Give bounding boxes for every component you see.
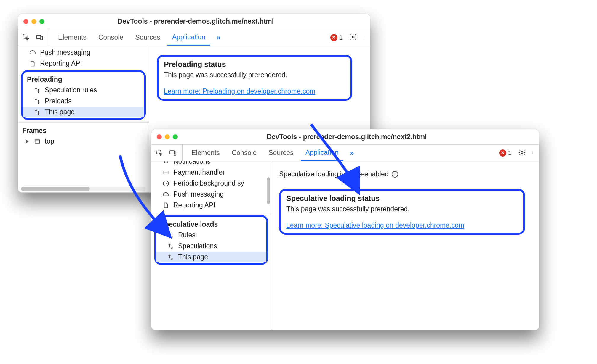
sidebar-item-speculations[interactable]: Speculations bbox=[156, 241, 266, 252]
svg-rect-7 bbox=[35, 140, 40, 143]
speculative-status-heading: Speculative loading status bbox=[286, 194, 518, 203]
tab-sources[interactable]: Sources bbox=[264, 145, 298, 161]
transfer-icon bbox=[33, 108, 41, 116]
error-count: 1 bbox=[339, 34, 343, 41]
svg-point-13 bbox=[533, 151, 533, 152]
sidebar-item-label: Push messaging bbox=[40, 49, 90, 57]
devtools-toolbar-b: Elements Console Sources Application » ✕… bbox=[151, 145, 539, 161]
inspect-element-icon[interactable] bbox=[22, 34, 30, 41]
tab-elements[interactable]: Elements bbox=[187, 145, 225, 161]
error-icon: ✕ bbox=[330, 34, 337, 41]
transfer-icon bbox=[167, 231, 175, 239]
more-menu-icon[interactable] bbox=[532, 149, 535, 157]
vertical-scrollbar[interactable] bbox=[267, 162, 270, 328]
document-icon bbox=[29, 60, 36, 67]
more-tabs-button[interactable]: » bbox=[350, 149, 354, 157]
sidebar-item-label: Payment handler bbox=[173, 168, 225, 176]
credit-card-icon bbox=[162, 169, 170, 176]
window-title: DevTools - prerender-demos.glitch.me/nex… bbox=[181, 133, 512, 141]
annotation-highlight-main-b: Speculative loading status This page was… bbox=[279, 189, 525, 235]
sidebar-item-reporting-api[interactable]: Reporting API bbox=[18, 58, 149, 69]
preloading-status-text: This page was successfully prerendered. bbox=[164, 71, 345, 79]
error-badge[interactable]: ✕ 1 bbox=[330, 34, 343, 41]
sidebar-item-label: Rules bbox=[178, 231, 196, 239]
traffic-lights bbox=[23, 19, 44, 24]
tab-elements[interactable]: Elements bbox=[53, 29, 91, 46]
scrollbar-thumb[interactable] bbox=[21, 187, 90, 191]
sidebar-group-preloading[interactable]: Preloading bbox=[23, 73, 144, 85]
annotation-highlight-sidebar-b: Speculative loads Rules Speculations Thi… bbox=[154, 215, 268, 265]
settings-gear-icon[interactable] bbox=[518, 149, 526, 157]
inspect-element-icon[interactable] bbox=[156, 149, 163, 157]
sidebar-group-speculative-loads[interactable]: Speculative loads bbox=[156, 218, 266, 230]
disclosure-triangle-icon bbox=[26, 139, 29, 144]
sidebar-item-label: Speculations bbox=[178, 242, 217, 250]
svg-rect-2 bbox=[41, 36, 43, 40]
titlebar-a: DevTools - prerender-demos.glitch.me/nex… bbox=[18, 14, 370, 29]
sidebar-item-reporting-api[interactable]: Reporting API bbox=[151, 200, 271, 211]
application-sidebar-b: Notifications Payment handler Periodic b… bbox=[151, 161, 271, 330]
sidebar-item-frame-top[interactable]: top bbox=[18, 136, 149, 147]
sidebar-item-payment-handler[interactable]: Payment handler bbox=[151, 167, 271, 178]
speculative-force-enabled-banner: Speculative loading is force-enabled i bbox=[279, 170, 531, 178]
tab-console[interactable]: Console bbox=[94, 29, 128, 46]
tab-sources[interactable]: Sources bbox=[130, 29, 165, 46]
sidebar-item-periodic-bg-sync[interactable]: Periodic background sy bbox=[151, 178, 271, 189]
sidebar-item-push-messaging[interactable]: Push messaging bbox=[18, 47, 149, 58]
svg-point-4 bbox=[364, 36, 364, 36]
sidebar-item-preloads[interactable]: Preloads bbox=[23, 96, 144, 107]
tab-application[interactable]: Application bbox=[301, 145, 344, 161]
svg-rect-16 bbox=[164, 171, 168, 174]
settings-gear-icon[interactable] bbox=[349, 33, 357, 42]
zoom-window-button[interactable] bbox=[39, 19, 44, 24]
transfer-icon bbox=[33, 97, 41, 105]
tab-console[interactable]: Console bbox=[227, 145, 261, 161]
bell-icon bbox=[162, 161, 170, 165]
sidebar-item-label: Notifications bbox=[173, 161, 210, 165]
svg-point-12 bbox=[521, 151, 523, 153]
application-sidebar-a: Push messaging Reporting API Preloading … bbox=[18, 46, 149, 192]
error-badge[interactable]: ✕ 1 bbox=[499, 149, 512, 157]
sidebar-group-frames[interactable]: Frames bbox=[18, 124, 149, 136]
sidebar-item-label: top bbox=[45, 137, 54, 145]
speculative-status-text: This page was successfully prerendered. bbox=[286, 205, 518, 213]
minimize-window-button[interactable] bbox=[31, 19, 36, 24]
sidebar-item-push-messaging[interactable]: Push messaging bbox=[151, 189, 271, 200]
svg-rect-11 bbox=[174, 152, 176, 155]
sidebar-item-label: Reporting API bbox=[40, 59, 82, 67]
titlebar-b: DevTools - prerender-demos.glitch.me/nex… bbox=[151, 129, 539, 145]
sidebar-item-label: Push messaging bbox=[173, 190, 224, 198]
devtools-window-b: DevTools - prerender-demos.glitch.me/nex… bbox=[151, 129, 539, 330]
minimize-window-button[interactable] bbox=[165, 134, 170, 139]
sidebar-item-this-page[interactable]: This page bbox=[23, 107, 144, 117]
close-window-button[interactable] bbox=[23, 19, 28, 24]
sidebar-item-label: Reporting API bbox=[173, 201, 215, 209]
window-icon bbox=[33, 138, 41, 145]
sidebar-item-rules[interactable]: Rules bbox=[156, 230, 266, 241]
scrollbar-thumb[interactable] bbox=[267, 177, 270, 204]
sidebar-item-notifications[interactable]: Notifications bbox=[151, 161, 271, 167]
sidebar-item-label: This page bbox=[178, 253, 208, 261]
learn-more-link[interactable]: Learn more: Speculative loading on devel… bbox=[286, 221, 464, 229]
cloud-icon bbox=[29, 49, 36, 57]
zoom-window-button[interactable] bbox=[173, 134, 178, 139]
horizontal-scrollbar[interactable] bbox=[21, 187, 146, 191]
cloud-icon bbox=[162, 191, 170, 198]
more-menu-icon[interactable] bbox=[364, 33, 366, 42]
device-toolbar-icon[interactable] bbox=[169, 149, 177, 157]
annotation-highlight-main-a: Preloading status This page was successf… bbox=[157, 55, 352, 101]
close-window-button[interactable] bbox=[157, 134, 162, 139]
sidebar-item-label: Speculation rules bbox=[45, 86, 97, 94]
tab-application[interactable]: Application bbox=[167, 29, 210, 46]
svg-point-3 bbox=[352, 36, 354, 38]
device-toolbar-icon[interactable] bbox=[36, 34, 44, 41]
learn-more-link[interactable]: Learn more: Preloading on developer.chro… bbox=[164, 87, 315, 95]
transfer-icon bbox=[33, 86, 41, 94]
info-icon[interactable]: i bbox=[392, 171, 398, 178]
sidebar-item-speculation-rules[interactable]: Speculation rules bbox=[23, 85, 144, 96]
traffic-lights bbox=[157, 134, 178, 139]
more-tabs-button[interactable]: » bbox=[217, 33, 220, 42]
preloading-status-heading: Preloading status bbox=[164, 60, 345, 69]
document-icon bbox=[162, 202, 170, 209]
sidebar-item-this-page[interactable]: This page bbox=[156, 252, 266, 262]
